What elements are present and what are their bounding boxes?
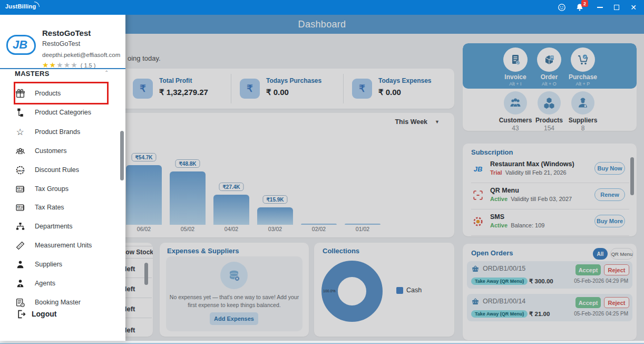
people-icon (15, 146, 25, 156)
expenses-card: Expenses & Suppliers No expenses yet — t… (160, 243, 309, 337)
drawer-scrollbar[interactable] (120, 131, 124, 180)
sidebar-item-tax-rates[interactable]: TAX Tax Rates (15, 199, 111, 215)
sidebar-item-products[interactable]: Products (15, 85, 111, 101)
stat-value: ₹ 1,32,279.27 (159, 88, 208, 97)
accept-button[interactable]: Accept (575, 264, 601, 275)
count-label: Suppliers (565, 117, 600, 124)
sidebar-item-measurement-units[interactable]: Measurement Units (15, 237, 111, 253)
sms-icon (471, 215, 485, 228)
account-subtitle: RestoGoTest (42, 40, 80, 47)
chart-bar[interactable] (257, 207, 293, 225)
svg-text:TAX: TAX (17, 187, 19, 189)
subscription-item: QR Menu Active Validity till Feb 03, 202… (471, 187, 629, 206)
category-tree-icon (15, 107, 25, 118)
basket-icon (471, 265, 480, 275)
donut-slice-label: 100.0% (323, 289, 336, 293)
order-id: ORD/B1/00/15 (483, 265, 525, 272)
masters-section-header[interactable]: MASTERS (15, 70, 50, 78)
bar-axis-labels: 06/0205/0204/0203/0202/0201/02 (126, 226, 421, 234)
sidebar-item-customers[interactable]: Customers (15, 143, 111, 159)
sidebar-item-product-brands[interactable]: ☆ Product Brands (15, 124, 111, 140)
svg-text:TAX: TAX (17, 205, 19, 207)
invoice-icon (503, 47, 528, 72)
close-button[interactable]: ✕ (628, 2, 639, 13)
reject-button[interactable]: Reject (604, 297, 629, 308)
filter-all-pill[interactable]: All (593, 248, 608, 260)
stat-value: ₹ 0.00 (378, 88, 401, 97)
stat-label: Todays Purchases (266, 77, 321, 84)
buy-more-button[interactable]: Buy More (594, 215, 625, 227)
buy-now-button[interactable]: Buy Now (594, 162, 625, 175)
chart-bar[interactable] (301, 224, 337, 225)
accept-button[interactable]: Accept (575, 297, 601, 308)
sidebar-item-booking-master[interactable]: Booking Master (15, 294, 111, 310)
filter-qr-menu-pill[interactable]: QR Menu (610, 248, 633, 260)
jb-logo: JB (6, 32, 37, 59)
maximize-button[interactable] (611, 2, 622, 13)
sidebar-item-departments[interactable]: Departments (15, 218, 111, 234)
order-icon (537, 47, 561, 72)
chart-bar[interactable] (345, 224, 380, 225)
account-email: deepthi.peketi@effiasoft.com (42, 52, 120, 58)
agent-icon (15, 278, 25, 289)
sale-badge-icon: SALE (15, 165, 25, 175)
bar-category-label: 02/02 (312, 226, 326, 232)
products-count[interactable]: Products 154 (532, 91, 567, 131)
collections-card: Collections 100.0% Cash (314, 243, 454, 337)
order-row: ORD/B1/00/14 Accept Reject Take Away (QR… (467, 294, 632, 321)
chart-bar[interactable] (126, 165, 162, 225)
renew-button[interactable]: Renew (594, 188, 625, 201)
ruler-icon (15, 240, 25, 251)
bar-value-label: ₹15.9K (262, 195, 287, 204)
chevron-down-icon: ▼ (435, 119, 440, 125)
count-value: 8 (565, 125, 600, 131)
app-logo: JustBilling (5, 3, 36, 9)
chevron-up-icon[interactable]: ⌃ (104, 70, 109, 75)
subscription-card: Subscription JB Restaurant Max (Windows)… (463, 144, 637, 236)
sidebar-item-agents[interactable]: Agents (15, 275, 111, 291)
reject-button[interactable]: Reject (604, 264, 629, 275)
products-cubes-icon (538, 91, 561, 114)
divider (231, 74, 231, 103)
order-amount: ₹ 300.00 (529, 278, 553, 285)
chart-bar[interactable] (170, 171, 206, 225)
chart-bar[interactable] (213, 195, 249, 225)
divider (471, 183, 629, 183)
minimize-button[interactable] (594, 2, 605, 13)
invoice-action[interactable]: Invoice Alt + I (498, 47, 533, 87)
bar-value-label: ₹48.8K (175, 159, 200, 168)
page-title: Dashboard (298, 19, 346, 30)
status-badge: Active (490, 222, 508, 228)
open-orders-card: Open Orders All QR Menu ORD/B1/00/15 Acc… (463, 244, 637, 340)
order-timestamp: 05-Feb-2026 04:25 PM (574, 311, 628, 317)
status-badge: Trial (490, 169, 502, 176)
sidebar-item-tax-groups[interactable]: TAX Tax Groups (15, 181, 111, 197)
add-expenses-button[interactable]: Add Expenses (210, 312, 258, 325)
order-id: ORD/B1/00/14 (483, 298, 525, 305)
customers-count[interactable]: Customers 43 (498, 91, 533, 131)
action-label: Invoice (498, 73, 533, 81)
sidebar-item-product-categories[interactable]: Product Categories (15, 104, 111, 120)
sidebar-item-discount-rules[interactable]: SALE Discount Rules (15, 162, 111, 178)
bar-chart: ₹54.7K₹48.8K₹27.4K₹15.9K (126, 113, 421, 225)
low-stock-scrollbar[interactable] (144, 263, 148, 285)
logout-button[interactable]: Logout (16, 309, 56, 319)
order-amount: ₹ 21.00 (529, 310, 550, 318)
logo-cloud-arc (34, 2, 40, 7)
supplier-icon (15, 259, 25, 270)
suppliers-count[interactable]: Suppliers 8 (565, 91, 600, 131)
star-icon: ☆ (15, 127, 25, 137)
logout-icon (16, 309, 26, 319)
order-action[interactable]: Order Alt + O (532, 47, 567, 87)
divider (343, 74, 344, 103)
rupee-icon: ₹ (240, 79, 260, 99)
notifications-bell-icon[interactable]: 2 (574, 2, 585, 13)
tax-doc-icon: TAX (15, 184, 25, 194)
stat-label: Total Profit (159, 77, 192, 84)
subscription-title: Subscription (471, 148, 513, 156)
chat-icon[interactable] (557, 2, 567, 13)
purchase-action[interactable]: Purchase Alt + P (565, 47, 600, 87)
subscription-scrollbar[interactable] (630, 157, 634, 195)
sidebar-item-suppliers[interactable]: Suppliers (15, 256, 111, 272)
purchase-cart-icon (571, 47, 595, 72)
